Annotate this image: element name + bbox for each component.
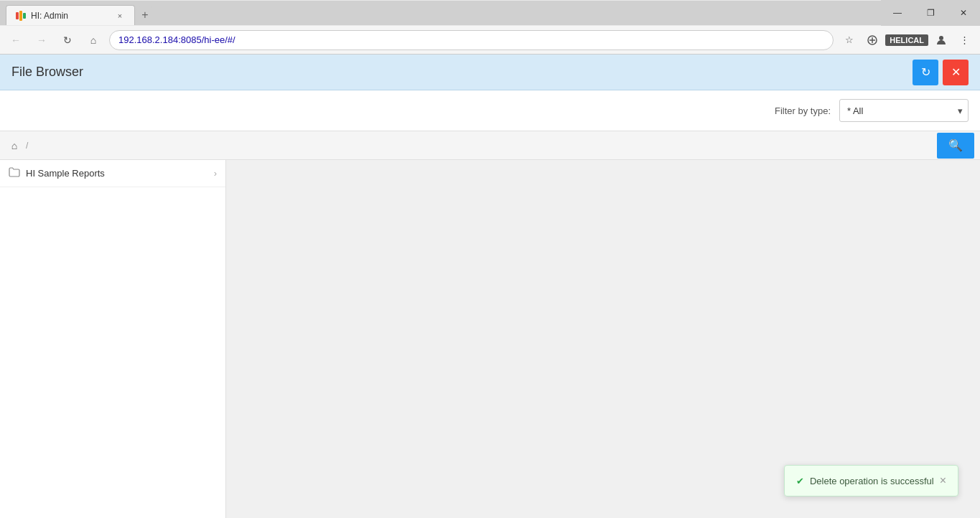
toast-content: ✔ Delete operation is successful <box>796 476 934 486</box>
toast-message: Delete operation is successful <box>810 476 934 486</box>
filter-type-select[interactable]: * All Reports Dashboards Images <box>839 99 969 122</box>
list-item[interactable]: HI Sample Reports › <box>0 160 225 187</box>
folder-icon <box>9 167 20 179</box>
filter-row: Filter by type: * All Reports Dashboards… <box>0 90 980 131</box>
window-close-button[interactable]: ✕ <box>947 0 980 26</box>
refresh-button[interactable]: ↻ <box>913 60 938 85</box>
home-button[interactable]: ⌂ <box>83 30 103 50</box>
folder-name: HI Sample Reports <box>26 168 105 179</box>
svg-point-6 <box>939 36 943 40</box>
reload-button[interactable]: ↻ <box>57 30 78 50</box>
menu-icon[interactable]: ⋮ <box>954 30 974 50</box>
app-content: File Browser ↻ ✕ Filter by type: * All R… <box>0 55 980 518</box>
filter-select-wrapper: * All Reports Dashboards Images <box>839 99 969 122</box>
search-button[interactable]: 🔍 <box>937 133 974 159</box>
tab-favicon <box>15 10 27 22</box>
breadcrumb-separator: / <box>26 141 28 151</box>
app-header: File Browser ↻ ✕ <box>0 55 980 90</box>
maximize-button[interactable]: ❐ <box>914 0 947 26</box>
back-button[interactable]: ← <box>6 30 26 50</box>
tab-title: HI: Admin <box>31 11 110 21</box>
extensions-icon[interactable] <box>862 30 882 50</box>
svg-rect-1 <box>19 11 22 21</box>
svg-rect-0 <box>16 12 19 19</box>
helical-badge[interactable]: HELICAL <box>885 34 928 46</box>
toast-notification: ✔ Delete operation is successful × <box>784 465 958 496</box>
toolbar-icons: ☆ HELICAL ⋮ <box>839 30 974 50</box>
tab-close-button[interactable]: × <box>114 10 126 22</box>
profile-icon[interactable] <box>931 30 951 50</box>
svg-rect-2 <box>23 13 26 19</box>
window-controls: — ❐ ✕ <box>881 0 980 26</box>
filter-label: Filter by type: <box>775 105 831 116</box>
minimize-button[interactable]: — <box>881 0 914 26</box>
breadcrumb-bar: ⌂ / 🔍 <box>0 131 980 160</box>
browser-tab[interactable]: HI: Admin × <box>6 5 135 25</box>
forward-button[interactable]: → <box>32 30 52 50</box>
address-bar: ← → ↻ ⌂ ☆ HELICAL ⋮ <box>0 26 980 55</box>
close-icon: ✕ <box>951 65 961 79</box>
breadcrumb: ⌂ / <box>6 137 28 154</box>
refresh-icon: ↻ <box>921 65 930 79</box>
address-input[interactable] <box>109 30 834 50</box>
folder-item-left: HI Sample Reports <box>9 167 105 179</box>
breadcrumb-home-button[interactable]: ⌂ <box>6 137 23 154</box>
browser-chrome: HI: Admin × + — ❐ ✕ ← → ↻ ⌂ ☆ HELICAL ⋮ <box>0 0 980 55</box>
toast-close-button[interactable]: × <box>940 474 946 487</box>
tab-bar-row: HI: Admin × + — ❐ ✕ <box>0 0 980 26</box>
search-icon: 🔍 <box>948 138 963 152</box>
left-panel: HI Sample Reports › <box>0 160 226 518</box>
app-title: File Browser <box>11 65 83 80</box>
bookmark-icon[interactable]: ☆ <box>839 30 859 50</box>
folder-expand-arrow: › <box>214 168 217 179</box>
header-buttons: ↻ ✕ <box>913 60 969 85</box>
close-button[interactable]: ✕ <box>943 60 969 85</box>
toast-check-icon: ✔ <box>796 476 804 486</box>
new-tab-button[interactable]: + <box>135 5 155 25</box>
